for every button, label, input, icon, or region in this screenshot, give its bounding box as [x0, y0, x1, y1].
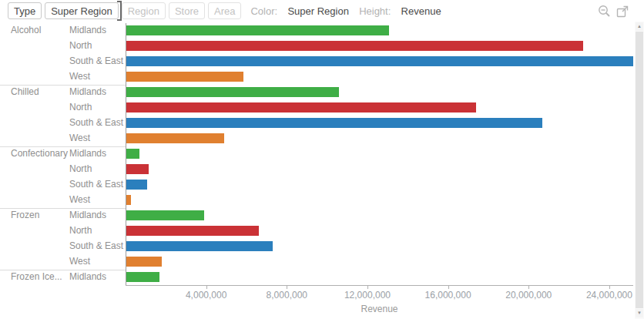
x-axis-tick [206, 286, 207, 289]
bar-frozen-south-east[interactable] [126, 241, 273, 251]
bar-chart: AlcoholMidlandsNorthSouth & EastWestChil… [0, 23, 633, 285]
region-label: South & East [69, 239, 126, 254]
bar-alcohol-west[interactable] [126, 72, 243, 82]
bar-chilled-west[interactable] [126, 133, 224, 143]
bar-confectionary-south-east[interactable] [126, 180, 147, 190]
bar-track [126, 193, 633, 208]
bar-row: South & East [0, 54, 633, 69]
bar-confectionary-north[interactable] [126, 164, 149, 174]
level-button-type[interactable]: Type [8, 2, 42, 19]
region-label: South & East [69, 116, 126, 130]
bar-alcohol-midlands[interactable] [126, 25, 389, 35]
bar-confectionary-midlands[interactable] [126, 149, 139, 159]
level-button-region: Region [122, 2, 166, 19]
bar-frozen-midlands[interactable] [126, 210, 204, 220]
bar-chilled-south-east[interactable] [126, 118, 542, 128]
category-group: FrozenMidlandsNorthSouth & EastWest [0, 208, 633, 270]
scrollbar-thumb[interactable] [636, 32, 643, 308]
bar-track [126, 23, 633, 39]
bar-frozen-ice--midlands[interactable] [126, 272, 159, 282]
x-axis-tick [609, 286, 610, 289]
bar-frozen-north[interactable] [126, 226, 259, 236]
bar-frozen-west[interactable] [126, 257, 162, 267]
level-button-super-region[interactable]: Super Region [45, 2, 119, 19]
x-axis-tick-label: 8,000,000 [267, 290, 307, 301]
bar-track [126, 162, 633, 177]
zoom-out-icon[interactable] [598, 5, 611, 18]
region-label: North [69, 100, 126, 115]
bar-row: North [0, 100, 633, 116]
bar-row: South & East [0, 177, 633, 193]
region-label: Midlands [69, 146, 126, 161]
category-group: Frozen Ice...Midlands [0, 270, 633, 285]
encoding-legend: Color: Super Region Height: Revenue [250, 5, 441, 17]
category-label: Frozen Ice... [0, 270, 69, 284]
level-button-store: Store [169, 2, 205, 19]
vertical-scrollbar[interactable]: ▲ ▼ [635, 22, 644, 319]
bar-track [126, 39, 633, 54]
bar-chilled-midlands[interactable] [126, 87, 339, 97]
x-axis-title: Revenue [126, 304, 633, 314]
region-label: West [69, 254, 126, 269]
bar-track [126, 270, 633, 285]
bar-track [126, 116, 633, 131]
drill-level-toolbar: TypeSuper RegionRegionStoreArea Color: S… [0, 0, 633, 22]
region-label: North [69, 39, 126, 53]
bar-row: FrozenMidlands [0, 208, 633, 223]
region-label: West [69, 69, 126, 84]
bar-track [126, 177, 633, 193]
bar-confectionary-west[interactable] [126, 195, 131, 205]
height-value: Revenue [401, 5, 441, 17]
region-label: South & East [69, 54, 126, 69]
region-label: Midlands [69, 23, 126, 38]
bar-row: North [0, 223, 633, 239]
bar-track [126, 54, 633, 69]
region-label: South & East [69, 177, 126, 192]
scroll-up-icon[interactable]: ▲ [636, 22, 643, 31]
bar-track [126, 85, 633, 100]
level-buttons: TypeSuper RegionRegionStoreArea [8, 2, 244, 19]
level-button-area: Area [208, 2, 241, 19]
bar-row: North [0, 162, 633, 177]
category-group: ChilledMidlandsNorthSouth & EastWest [0, 85, 633, 146]
category-label: Chilled [0, 85, 69, 99]
x-axis-tick-label: 16,000,000 [425, 290, 471, 301]
bar-track [126, 131, 633, 146]
x-axis-tick [367, 286, 368, 289]
category-label: Frozen [0, 208, 69, 223]
bar-row: West [0, 193, 633, 208]
region-label: West [69, 131, 126, 146]
bar-alcohol-north[interactable] [126, 41, 583, 51]
color-label: Color: [250, 5, 277, 17]
bar-row: North [0, 39, 633, 54]
category-group: AlcoholMidlandsNorthSouth & EastWest [0, 23, 633, 85]
bar-track [126, 223, 633, 239]
scroll-down-icon[interactable]: ▼ [636, 309, 643, 317]
bar-row: AlcoholMidlands [0, 23, 633, 39]
region-label: Midlands [69, 85, 126, 99]
bar-row: West [0, 69, 633, 85]
bar-row: ChilledMidlands [0, 85, 633, 100]
bar-row: West [0, 254, 633, 270]
height-label: Height: [359, 5, 391, 17]
x-axis-tick-label: 12,000,000 [344, 290, 391, 301]
bar-track [126, 254, 633, 270]
bar-row: Frozen Ice...Midlands [0, 270, 633, 285]
export-icon[interactable] [616, 5, 629, 18]
bar-alcohol-south-east[interactable] [126, 56, 633, 66]
bar-row: ConfectionaryMidlands [0, 146, 633, 162]
color-value: Super Region [287, 5, 349, 17]
region-label: North [69, 162, 126, 176]
bar-track [126, 100, 633, 116]
x-axis-tick-label: 24,000,000 [586, 290, 632, 301]
x-axis-tick-label: 20,000,000 [505, 290, 552, 301]
bar-track [126, 208, 633, 223]
x-axis-tick [448, 286, 449, 289]
x-axis-tick [528, 286, 529, 289]
x-axis-tick [287, 286, 287, 289]
bar-track [126, 146, 633, 162]
category-label: Alcohol [0, 23, 69, 38]
bar-chilled-north[interactable] [126, 102, 476, 112]
region-label: Midlands [69, 270, 126, 284]
category-label: Confectionary [0, 146, 69, 161]
